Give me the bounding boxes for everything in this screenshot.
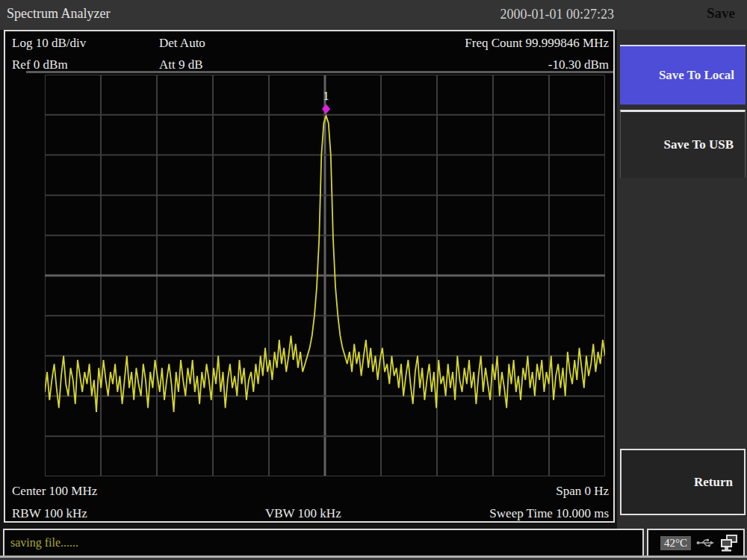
main-display: Log 10 dB/div Det Auto Freq Count 99.999… xyxy=(4,30,615,523)
freq-count-readout: Freq Count 99.999846 MHz xyxy=(465,36,609,51)
temperature-indicator: 42°C xyxy=(660,536,691,550)
spectrum-chart: 1 xyxy=(45,75,605,476)
save-to-local-label: Save To Local xyxy=(659,68,734,83)
svg-text:1: 1 xyxy=(323,90,329,102)
save-to-usb-label: Save To USB xyxy=(663,137,734,152)
chart-top-divider xyxy=(26,71,613,73)
network-computer-icon xyxy=(719,533,739,553)
spectrum-analyzer-app: Spectrum Analyzer 2000-01-01 00:27:23 Sa… xyxy=(0,0,747,560)
center-frequency-readout: Center 100 MHz xyxy=(12,484,97,499)
save-to-usb-button[interactable]: Save To USB xyxy=(620,110,746,178)
detector-readout: Det Auto xyxy=(159,36,205,51)
active-menu-label: Save xyxy=(707,5,735,22)
status-bar: saving file...... xyxy=(3,529,644,557)
system-status-box: 42°C xyxy=(647,529,745,557)
marker-amplitude-readout: -10.30 dBm xyxy=(548,57,609,72)
status-message: saving file...... xyxy=(10,536,78,550)
datetime-display: 2000-01-01 00:27:23 xyxy=(500,7,615,22)
span-readout: Span 0 Hz xyxy=(556,484,609,499)
return-button[interactable]: Return xyxy=(620,449,746,515)
attenuation-readout: Att 9 dB xyxy=(159,57,203,72)
app-title: Spectrum Analyzer xyxy=(7,6,110,22)
save-to-local-button[interactable]: Save To Local xyxy=(620,45,746,105)
top-bar: Spectrum Analyzer 2000-01-01 00:27:23 Sa… xyxy=(0,0,747,30)
rbw-readout: RBW 100 kHz xyxy=(12,506,87,521)
vbw-readout: VBW 100 kHz xyxy=(265,506,341,521)
sweep-time-readout: Sweep Time 10.000 ms xyxy=(489,506,609,521)
ref-level-readout: Ref 0 dBm xyxy=(12,57,68,72)
return-label: Return xyxy=(694,475,733,490)
scale-readout: Log 10 dB/div xyxy=(12,36,86,51)
usb-icon xyxy=(696,538,714,548)
